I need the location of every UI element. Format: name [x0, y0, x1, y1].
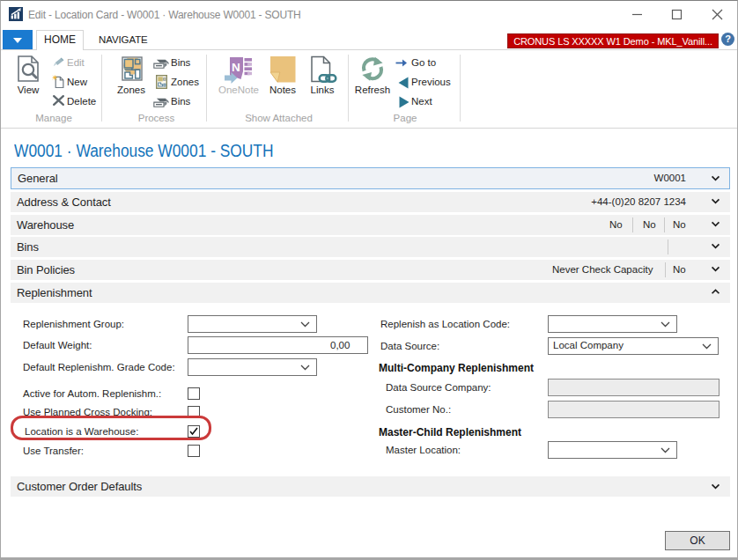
- svg-text:N: N: [232, 61, 240, 74]
